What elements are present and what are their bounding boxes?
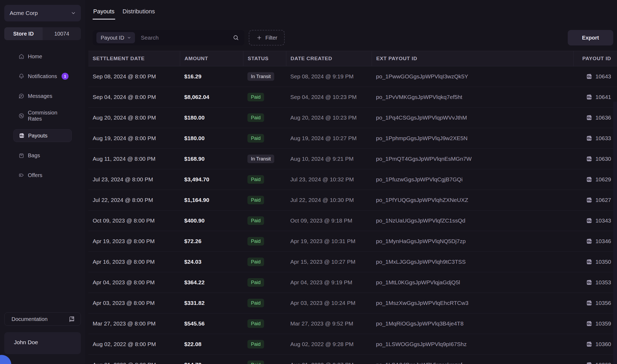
payout-id-value: 10346 bbox=[596, 238, 611, 244]
wallet-icon bbox=[586, 217, 593, 224]
table-row[interactable]: Aug 20, 2024 @ 8:00 PM $180.00 Paid Aug … bbox=[88, 108, 617, 128]
table-row[interactable]: Sep 04, 2024 @ 8:00 PM $8,062.04 Paid Se… bbox=[88, 87, 617, 108]
status-badge: Paid bbox=[247, 216, 264, 225]
payout-id-cell[interactable]: 10629 bbox=[573, 169, 617, 190]
search-input[interactable] bbox=[135, 35, 233, 41]
sidebar-item-commission-rates[interactable]: Commission Rates bbox=[13, 109, 72, 122]
date-created-cell: Aug 19, 2024 @ 10:27 PM bbox=[286, 128, 372, 148]
tab-bar: Payouts Distributions bbox=[93, 8, 163, 20]
status-cell: Paid bbox=[243, 355, 286, 364]
book-icon bbox=[68, 316, 75, 323]
table-row[interactable]: Apr 19, 2023 @ 8:00 PM $72.26 Paid Apr 1… bbox=[88, 231, 617, 252]
payout-id-value: 10359 bbox=[596, 320, 611, 327]
sidebar-nav: Home Notifications 1 Messages Commission… bbox=[0, 50, 85, 189]
table-row[interactable]: Oct 09, 2023 @ 8:00 PM $400.90 Paid Oct … bbox=[88, 210, 617, 231]
filter-label: Filter bbox=[265, 35, 277, 41]
column-header-settlement-date: SETTLEMENT DATE bbox=[88, 51, 180, 66]
table-row[interactable]: Apr 16, 2023 @ 8:00 PM $24.03 Paid Apr 1… bbox=[88, 252, 617, 272]
payout-id-value: 10636 bbox=[596, 114, 611, 121]
ext-payout-id-cell: po_1MtL0KGgsJpWPVlqjaGdjQ5l bbox=[372, 272, 573, 293]
ext-payout-id-cell: po_1PfuzwGgsJpWPVlqCgjB7GQi bbox=[372, 169, 573, 190]
ext-payout-id-cell: po_1MqRiOGgsJpWPVlq3B4je4T8 bbox=[372, 313, 573, 334]
status-cell: Paid bbox=[243, 87, 286, 107]
tab-payouts[interactable]: Payouts bbox=[93, 8, 115, 20]
status-badge: In Transit bbox=[247, 72, 274, 81]
table-header-row: SETTLEMENT DATE AMOUNT STATUS DATE CREAT… bbox=[88, 51, 617, 66]
message-icon bbox=[18, 93, 25, 99]
table-row[interactable]: Apr 04, 2023 @ 8:00 PM $364.22 Paid Apr … bbox=[88, 272, 617, 293]
export-button[interactable]: Export bbox=[568, 30, 613, 45]
table-row[interactable]: Mar 27, 2023 @ 8:00 PM $545.56 Paid Mar … bbox=[88, 313, 617, 334]
payout-id-cell[interactable]: 10636 bbox=[573, 108, 617, 128]
table-row[interactable]: Aug 01, 2022 @ 8:00 PM $14.72 Paid Aug 0… bbox=[88, 355, 617, 364]
date-created-cell: Oct 09, 2023 @ 9:18 PM bbox=[286, 210, 372, 231]
bell-icon bbox=[18, 73, 25, 79]
payout-id-cell[interactable]: 10356 bbox=[573, 293, 617, 313]
main-content: Payouts Distributions Payout ID Filter E… bbox=[85, 0, 617, 364]
documentation-button[interactable]: Documentation bbox=[4, 312, 81, 326]
sidebar-item-label: Notifications bbox=[28, 73, 62, 79]
chevron-down-icon bbox=[71, 10, 76, 16]
status-badge: Paid bbox=[247, 175, 264, 184]
table-row[interactable]: Jul 23, 2024 @ 8:00 PM $3,494.70 Paid Ju… bbox=[88, 169, 617, 190]
amount-cell: $22.08 bbox=[180, 334, 243, 354]
payout-id-cell[interactable]: 10627 bbox=[573, 190, 617, 210]
ext-payout-id-cell: po_1MxLJGGgsJpWPVlqh9tC3TSS bbox=[372, 252, 573, 272]
ext-payout-id-cell: po_1PfYUQGgsJpWPVlqhZXNeUXZ bbox=[372, 190, 573, 210]
tab-distributions[interactable]: Distributions bbox=[122, 8, 156, 20]
payout-id-cell[interactable]: 10630 bbox=[573, 149, 617, 169]
org-selector[interactable]: Acme Corp bbox=[4, 5, 81, 21]
payout-id-cell[interactable]: 10343 bbox=[573, 210, 617, 231]
sidebar-item-label: Home bbox=[28, 53, 69, 60]
column-header-payout-id: PAYOUT ID bbox=[573, 51, 617, 66]
status-cell: Paid bbox=[243, 272, 286, 293]
table-row[interactable]: Apr 03, 2023 @ 8:00 PM $331.82 Paid Apr … bbox=[88, 293, 617, 313]
payout-id-cell[interactable]: 10643 bbox=[573, 66, 617, 87]
table-row[interactable]: Aug 11, 2024 @ 8:00 PM $168.90 In Transi… bbox=[88, 149, 617, 169]
settlement-date-cell: Mar 27, 2023 @ 8:00 PM bbox=[88, 313, 180, 334]
date-created-cell: Apr 15, 2023 @ 10:27 PM bbox=[286, 252, 372, 272]
sidebar-item-notifications[interactable]: Notifications 1 bbox=[13, 70, 72, 83]
settlement-date-cell: Aug 11, 2024 @ 8:00 PM bbox=[88, 149, 180, 169]
user-card[interactable]: John Doe bbox=[4, 332, 81, 354]
amount-cell: $24.03 bbox=[180, 252, 243, 272]
wallet-icon bbox=[586, 155, 593, 162]
search-scope-select[interactable]: Payout ID bbox=[96, 32, 135, 43]
wallet-icon bbox=[18, 132, 25, 139]
payout-id-cell[interactable]: 10346 bbox=[573, 231, 617, 251]
sidebar-item-messages[interactable]: Messages bbox=[13, 90, 72, 102]
amount-cell: $180.00 bbox=[180, 108, 243, 128]
filter-button[interactable]: Filter bbox=[249, 30, 285, 45]
table-row[interactable]: Jul 22, 2024 @ 8:00 PM $1,164.90 Paid Ju… bbox=[88, 190, 617, 210]
settlement-date-cell: Aug 02, 2022 @ 8:00 PM bbox=[88, 334, 180, 354]
payout-id-cell[interactable]: 10362 bbox=[573, 355, 617, 364]
status-cell: In Transit bbox=[243, 149, 286, 169]
settlement-date-cell: Apr 16, 2023 @ 8:00 PM bbox=[88, 252, 180, 272]
home-icon bbox=[18, 53, 25, 60]
payout-id-value: 10630 bbox=[596, 156, 611, 162]
payout-id-cell[interactable]: 10360 bbox=[573, 334, 617, 354]
status-cell: Paid bbox=[243, 293, 286, 313]
org-name: Acme Corp bbox=[10, 10, 38, 16]
sidebar-item-offers[interactable]: Offers bbox=[13, 169, 72, 182]
sidebar-item-home[interactable]: Home bbox=[13, 50, 72, 63]
wallet-icon bbox=[586, 361, 593, 364]
payout-id-cell[interactable]: 10353 bbox=[573, 272, 617, 293]
status-badge: Paid bbox=[247, 134, 264, 143]
payout-id-cell[interactable]: 10633 bbox=[573, 128, 617, 148]
payout-id-cell[interactable]: 10641 bbox=[573, 87, 617, 107]
settlement-date-cell: Jul 23, 2024 @ 8:00 PM bbox=[88, 169, 180, 190]
status-cell: Paid bbox=[243, 169, 286, 190]
table-row[interactable]: Aug 02, 2022 @ 8:00 PM $22.08 Paid Aug 0… bbox=[88, 334, 617, 355]
payout-id-cell[interactable]: 10359 bbox=[573, 313, 617, 334]
amount-cell: $8,062.04 bbox=[180, 87, 243, 107]
scrollbar-track[interactable] bbox=[613, 102, 617, 364]
sidebar-item-bags[interactable]: Bags bbox=[13, 149, 72, 162]
payout-id-cell[interactable]: 10350 bbox=[573, 252, 617, 272]
sidebar-item-label: Commission Rates bbox=[28, 110, 69, 122]
search-bar[interactable]: Payout ID bbox=[93, 30, 244, 45]
table-row[interactable]: Sep 08, 2024 @ 8:00 PM $16.29 In Transit… bbox=[88, 66, 617, 87]
date-created-cell: Aug 01, 2022 @ 9:37 PM bbox=[286, 355, 372, 364]
sidebar-item-payouts[interactable]: Payouts bbox=[13, 129, 72, 142]
table-row[interactable]: Aug 19, 2024 @ 8:00 PM $180.00 Paid Aug … bbox=[88, 128, 617, 149]
